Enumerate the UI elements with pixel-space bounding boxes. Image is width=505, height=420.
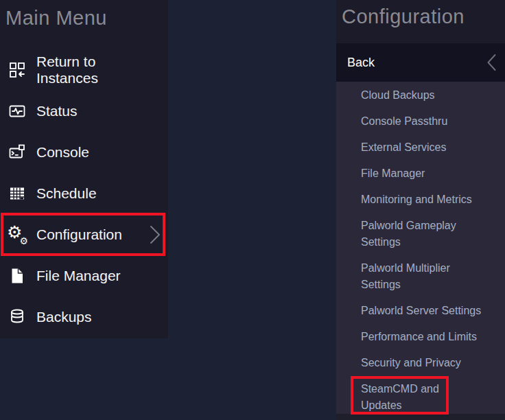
main-menu-sidebar: Main Menu Return to Instances S (0, 0, 168, 338)
database-icon (9, 309, 25, 325)
app-window: Main Menu Return to Instances S (0, 0, 505, 420)
content-area (168, 0, 336, 420)
sidebar-item-console[interactable]: Console (0, 144, 168, 161)
file-icon (9, 268, 25, 284)
sidebar-item-label: Status (36, 103, 78, 119)
back-label: Back (347, 56, 375, 70)
highlight-box-configuration (1, 213, 165, 256)
main-menu-title: Main Menu (5, 7, 107, 30)
sidebar-item-label: Console (36, 144, 89, 161)
submenu-item-security-privacy[interactable]: Security and Privacy (361, 355, 484, 371)
chevron-left-icon (486, 54, 497, 72)
sidebar-item-return-to-instances[interactable]: Return to Instances (0, 54, 168, 86)
return-to-instances-icon (9, 62, 25, 78)
configuration-menu-list: Cloud Backups Console Passthru External … (336, 82, 505, 420)
submenu-item-palworld-server[interactable]: Palworld Server Settings (361, 303, 484, 319)
sidebar-item-label: File Manager (36, 268, 121, 284)
sidebar-item-label: Return to Instances (36, 54, 98, 86)
submenu-item-performance-limits[interactable]: Performance and Limits (361, 329, 484, 345)
back-button[interactable]: Back (336, 43, 505, 82)
console-icon (9, 144, 25, 161)
status-icon (9, 103, 25, 119)
sidebar-item-label: Schedule (36, 185, 97, 202)
submenu-item-monitoring-metrics[interactable]: Monitoring and Metrics (361, 191, 484, 208)
sidebar-item-status[interactable]: Status (0, 103, 168, 119)
panel-footer (336, 414, 505, 420)
sidebar-item-label: Backups (36, 309, 92, 325)
configuration-header: Configuration (336, 0, 505, 43)
schedule-icon (9, 185, 25, 202)
submenu-item-palworld-multiplier[interactable]: Palworld Multiplier Settings (361, 260, 484, 293)
configuration-title: Configuration (342, 5, 465, 28)
submenu-item-external-services[interactable]: External Services (361, 139, 484, 156)
submenu-item-cloud-backups[interactable]: Cloud Backups (361, 87, 484, 104)
submenu-item-console-passthru[interactable]: Console Passthru (361, 113, 484, 130)
highlight-box-steamcmd-updates (351, 376, 449, 415)
sidebar-item-backups[interactable]: Backups (0, 309, 168, 325)
sidebar-item-schedule[interactable]: Schedule (0, 185, 168, 202)
sidebar-item-file-manager[interactable]: File Manager (0, 268, 168, 284)
configuration-submenu-panel: Configuration Back Cloud Backups Console… (336, 0, 505, 420)
submenu-item-file-manager[interactable]: File Manager (361, 165, 484, 182)
submenu-item-palworld-gameplay[interactable]: Palworld Gameplay Settings (361, 218, 484, 250)
